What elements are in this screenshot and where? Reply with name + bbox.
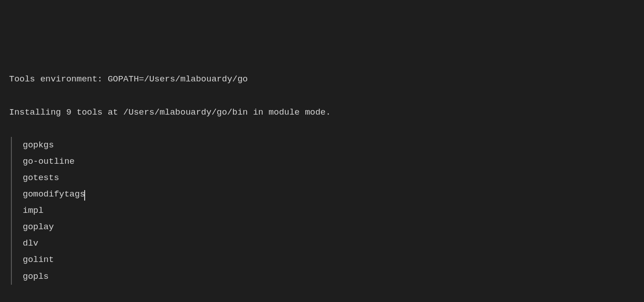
tool-item: goplay (23, 219, 635, 235)
text-cursor (84, 190, 85, 201)
env-line: Tools environment: GOPATH=/Users/mlaboua… (9, 71, 635, 87)
installing-header: Installing 9 tools at /Users/mlabouardy/… (9, 104, 635, 121)
tool-item: gomodifytags (23, 186, 635, 202)
tool-item: gopkgs (23, 137, 635, 153)
tool-item: impl (23, 202, 635, 219)
tools-list: gopkgsgo-outlinegotestsgomodifytagsimplg… (11, 137, 635, 285)
tool-item: go-outline (23, 153, 635, 170)
tool-item: golint (23, 252, 635, 268)
tool-item: dlv (23, 235, 635, 252)
tool-item: gotests (23, 170, 635, 186)
tool-item: gopls (23, 268, 635, 285)
